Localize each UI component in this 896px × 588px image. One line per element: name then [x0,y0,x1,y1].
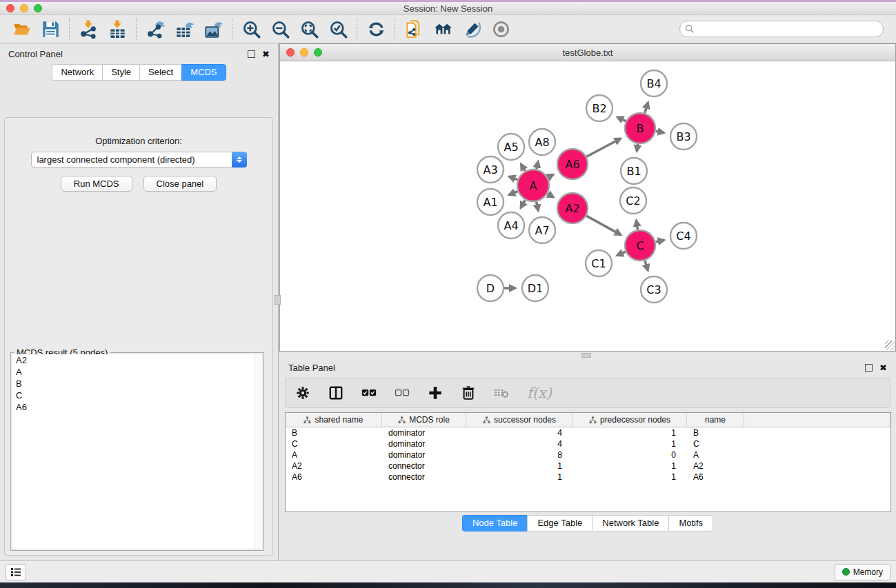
close-table-panel-icon[interactable]: ✖ [879,364,887,372]
edge-B-B2[interactable] [617,117,626,121]
node-D[interactable]: D [477,275,504,301]
float-panel-icon[interactable] [248,50,255,58]
horizontal-divider-handle[interactable] [581,353,591,358]
export-network-button[interactable] [141,17,170,41]
window-resize-grip[interactable] [885,341,895,350]
table-cell[interactable]: dominator [382,450,466,460]
new-network-from-file-button[interactable] [399,17,428,41]
zoom-out-button[interactable] [266,17,295,41]
criterion-dropdown[interactable]: largest connected component (directed) [31,152,247,168]
import-table-button[interactable] [103,17,132,41]
home-button[interactable] [428,17,457,41]
mcds-result-item[interactable]: A2 [12,354,262,366]
table-cell[interactable]: 1 [466,461,573,471]
edge-C-C4[interactable] [655,240,664,242]
table-cell[interactable]: 1 [573,439,687,449]
table-cell[interactable]: 1 [573,428,687,438]
edge-C-C2[interactable] [636,221,637,230]
task-history-button[interactable] [6,564,26,580]
network-window-titlebar[interactable]: testGlobe.txt [280,44,895,61]
close-panel-button[interactable]: Close panel [143,176,217,192]
tab-motifs[interactable]: Motifs [668,515,713,531]
edge-A2-C[interactable] [586,216,621,234]
table-cell[interactable]: A2 [286,461,382,471]
export-image-button[interactable] [199,17,228,41]
table-row[interactable]: Cdominator41C [286,438,890,449]
edge-A-A7[interactable] [537,202,539,211]
run-mcds-button[interactable]: Run MCDS [61,176,132,192]
node-B1[interactable]: B1 [621,158,647,184]
edge-A-A3[interactable] [509,176,517,180]
table-cell[interactable]: connector [382,461,466,471]
edge-A-A6[interactable] [548,174,553,177]
table-cell[interactable]: 8 [466,450,573,460]
node-B[interactable]: B [625,113,655,143]
refresh-button[interactable] [361,17,390,41]
save-session-button[interactable] [36,17,65,41]
node-A1[interactable]: A1 [477,189,504,215]
node-A8[interactable]: A8 [529,129,555,155]
column-header-shared-name[interactable]: shared name [286,413,382,427]
node-C4[interactable]: C4 [670,223,697,249]
search-input[interactable] [679,21,884,37]
table-row[interactable]: A6connector11A6 [286,472,890,483]
edge-B-B4[interactable] [645,103,648,113]
node-A5[interactable]: A5 [498,134,524,160]
table-cell[interactable]: 0 [573,450,687,460]
node-A2[interactable]: A2 [557,193,588,223]
table-cell[interactable]: A6 [687,472,744,482]
table-cell[interactable]: 4 [466,428,573,438]
node-A4[interactable]: A4 [498,212,524,239]
close-panel-icon[interactable]: ✖ [262,50,270,58]
show-hide-graphics-button[interactable] [486,17,515,41]
node-C[interactable]: C [625,230,655,261]
table-cell[interactable]: B [286,428,382,438]
table-cell[interactable]: A [687,450,744,460]
float-table-panel-icon[interactable] [865,364,873,372]
table-cell[interactable]: 1 [466,472,573,482]
node-B2[interactable]: B2 [586,95,613,121]
table-cell[interactable]: connector [382,472,466,482]
mcds-result-item[interactable]: C [12,389,262,401]
edge-A-A2[interactable] [548,194,554,197]
edge-B-B3[interactable] [656,131,664,132]
node-C3[interactable]: C3 [641,276,667,303]
edge-B-B1[interactable] [637,144,638,152]
tab-edge-table[interactable]: Edge Table [527,515,592,531]
select-all-columns-icon[interactable] [361,385,377,401]
edge-A-A4[interactable] [521,200,525,208]
column-header-name[interactable]: name [687,413,744,427]
mcds-result-item[interactable]: A [12,366,262,378]
tab-network-table[interactable]: Network Table [592,515,668,531]
column-header-MCDS-role[interactable]: MCDS role [382,413,466,427]
table-cell[interactable]: 1 [573,472,687,482]
network-view[interactable]: B4B2BB3A8A5A6A3B1AC2A1A2A4A7C4CC1C3DD1 [280,61,895,351]
add-column-icon[interactable] [428,385,443,401]
tab-mcds[interactable]: MCDS [181,64,226,81]
unselect-all-columns-icon[interactable] [395,385,410,401]
open-file-button[interactable] [7,17,36,41]
node-A7[interactable]: A7 [529,217,555,243]
node-A6[interactable]: A6 [557,149,588,179]
table-cell[interactable]: 1 [573,461,687,471]
node-C1[interactable]: C1 [586,250,612,276]
mcds-result-scrollbar[interactable] [255,354,262,549]
export-table-button[interactable] [170,17,199,41]
show-columns-icon[interactable] [328,385,344,401]
node-D1[interactable]: D1 [522,275,548,301]
table-cell[interactable]: dominator [382,428,466,438]
node-A3[interactable]: A3 [477,156,504,183]
network-canvas[interactable]: B4B2BB3A8A5A6A3B1AC2A1A2A4A7C4CC1C3DD1 [280,61,895,351]
zoom-selected-button[interactable] [323,17,352,41]
table-cell[interactable]: 4 [466,439,573,449]
table-cell[interactable]: dominator [382,439,466,449]
column-header-successor-nodes[interactable]: successor nodes [466,413,573,427]
import-network-button[interactable] [74,17,103,41]
table-row[interactable]: Bdominator41B [286,427,890,438]
table-settings-icon[interactable] [295,385,310,401]
table-cell[interactable]: C [687,439,744,449]
memory-button[interactable]: Memory [835,564,890,580]
mcds-result-item[interactable]: B [12,378,262,389]
tab-node-table[interactable]: Node Table [462,515,528,531]
edge-A-A1[interactable] [509,192,518,195]
